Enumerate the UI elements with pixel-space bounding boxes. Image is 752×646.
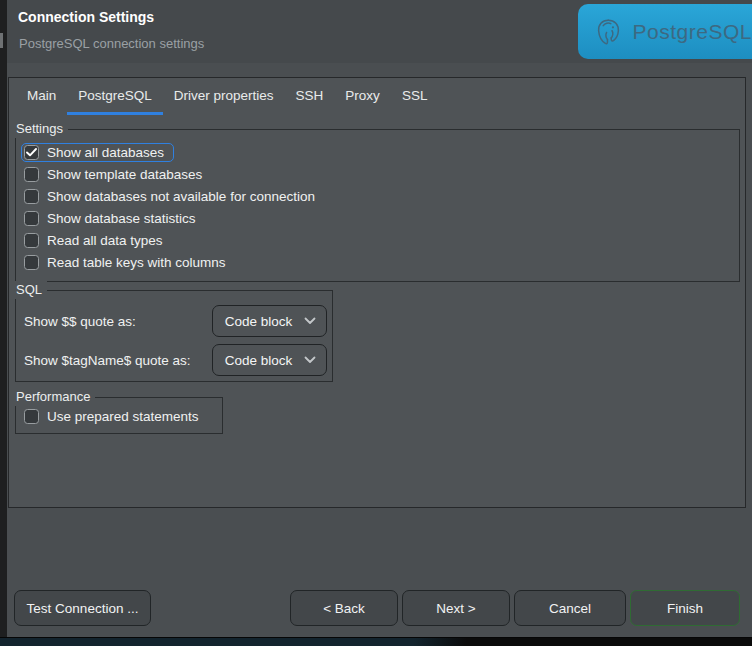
checkbox-box [24,145,39,160]
sql-group-label: SQL [15,281,47,299]
tab-driver-properties[interactable]: Driver properties [163,78,285,115]
checkbox-use-prepared-statements[interactable]: Use prepared statements [21,407,209,426]
screen: Connection Settings PostgreSQL connectio… [0,0,752,646]
checkbox-box [24,167,39,182]
checkbox-label: Show databases not available for connect… [47,189,315,204]
checkbox-show-database-statistics[interactable]: Show database statistics [21,209,206,228]
background-desktop-strip [0,637,752,646]
checkmark-icon [26,148,37,157]
checkbox-box [24,409,39,424]
back-button[interactable]: < Back [290,590,398,626]
tab-ssl[interactable]: SSL [391,78,439,115]
checkbox-box [24,233,39,248]
tagname-quote-row: Show $tagName$ quote as: Code block [24,344,327,376]
checkbox-label: Show database statistics [47,211,196,226]
settings-group: Settings Show all databases Show templat… [15,129,740,282]
tagname-quote-combo[interactable]: Code block [212,344,327,376]
checkbox-box [24,255,39,270]
performance-group: Performance Use prepared statements [15,397,223,434]
background-scrollbar-handle [0,33,3,48]
dollar-quote-label: Show $$ quote as: [24,314,212,329]
dialog-header: Connection Settings PostgreSQL connectio… [7,0,752,63]
tab-postgresql[interactable]: PostgreSQL [67,78,163,115]
checkbox-box [24,189,39,204]
next-button[interactable]: Next > [402,590,510,626]
dollar-quote-combo[interactable]: Code block [212,305,327,337]
dollar-quote-row: Show $$ quote as: Code block [24,305,327,337]
connection-settings-dialog: Connection Settings PostgreSQL connectio… [7,0,752,637]
cancel-button[interactable]: Cancel [514,590,626,626]
page-subtitle: PostgreSQL connection settings [19,36,204,51]
chevron-down-icon [304,356,316,364]
checkbox-label: Read table keys with columns [47,255,226,270]
test-connection-button[interactable]: Test Connection ... [14,590,151,626]
checkbox-read-all-data-types[interactable]: Read all data types [21,231,173,250]
combo-selected-value: Code block [225,314,293,329]
checkbox-show-all-databases[interactable]: Show all databases [21,143,174,162]
postgresql-elephant-icon [594,14,623,50]
finish-button[interactable]: Finish [630,590,740,626]
checkbox-label: Show all databases [47,145,164,160]
tab-proxy[interactable]: Proxy [334,78,391,115]
tagname-quote-label: Show $tagName$ quote as: [24,353,212,368]
postgresql-logo: PostgreSQL [578,4,752,59]
tab-bar: Main PostgreSQL Driver properties SSH Pr… [9,78,745,115]
page-title: Connection Settings [18,9,154,25]
tab-main[interactable]: Main [16,78,67,115]
checkbox-read-table-keys[interactable]: Read table keys with columns [21,253,236,272]
checkbox-label: Show template databases [47,167,202,182]
tab-content: Settings Show all databases Show templat… [9,129,745,434]
chevron-down-icon [304,317,316,325]
background-window-edge [0,0,7,646]
checkbox-label: Read all data types [47,233,163,248]
checkbox-label: Use prepared statements [47,409,199,424]
performance-group-label: Performance [15,388,95,406]
sql-group: SQL Show $$ quote as: Code block Show $t… [15,290,333,382]
postgresql-logo-text: PostgreSQL [633,20,752,44]
wizard-buttons: < Back Next > Cancel Finish [290,590,740,626]
tab-ssh[interactable]: SSH [285,78,335,115]
tab-folder: Main PostgreSQL Driver properties SSH Pr… [8,77,746,508]
settings-group-label: Settings [15,120,68,138]
checkbox-show-template-databases[interactable]: Show template databases [21,165,212,184]
checkbox-box [24,211,39,226]
checkbox-show-databases-not-available[interactable]: Show databases not available for connect… [21,187,325,206]
combo-selected-value: Code block [225,353,293,368]
